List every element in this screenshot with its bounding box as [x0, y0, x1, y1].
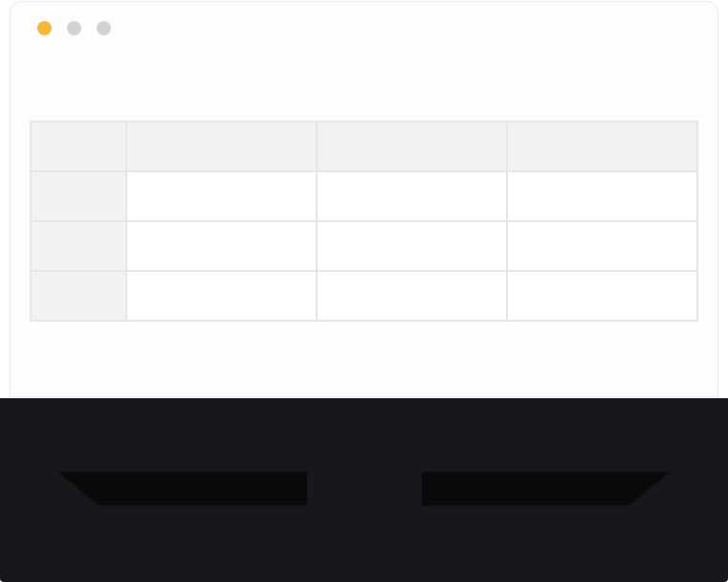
- monitor-foot: [259, 565, 470, 582]
- cell[interactable]: [317, 271, 507, 321]
- cell[interactable]: [317, 171, 507, 221]
- table-row: [31, 171, 697, 221]
- column-header[interactable]: [126, 122, 317, 171]
- spreadsheet-table: [30, 121, 698, 322]
- table-header-row: [31, 122, 697, 171]
- cell[interactable]: [507, 271, 697, 321]
- cell[interactable]: [126, 171, 317, 221]
- column-header[interactable]: [507, 122, 697, 171]
- app-window: [10, 1, 718, 397]
- row-header[interactable]: [31, 171, 126, 221]
- table-row: [31, 221, 697, 271]
- cell[interactable]: [507, 221, 697, 271]
- cell[interactable]: [507, 171, 697, 221]
- cell[interactable]: [317, 221, 507, 271]
- header-corner-cell[interactable]: [31, 122, 126, 171]
- window-content: [11, 54, 717, 322]
- window-titlebar: [11, 2, 717, 54]
- traffic-light-maximize-icon[interactable]: [97, 21, 111, 35]
- cell[interactable]: [126, 221, 317, 271]
- cell[interactable]: [126, 271, 317, 321]
- row-header[interactable]: [31, 271, 126, 321]
- traffic-light-close-icon[interactable]: [37, 21, 52, 35]
- traffic-light-minimize-icon[interactable]: [67, 21, 81, 35]
- table-row: [31, 271, 697, 321]
- row-header[interactable]: [31, 221, 126, 271]
- column-header[interactable]: [317, 122, 507, 171]
- monitor-stand: [307, 448, 422, 582]
